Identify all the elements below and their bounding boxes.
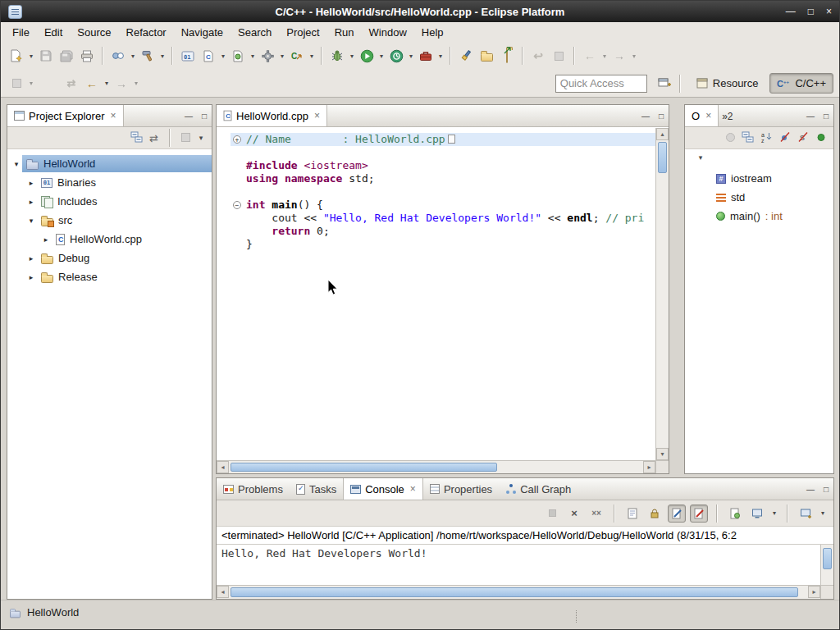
menu-search[interactable]: Search bbox=[231, 24, 279, 41]
focus-button[interactable] bbox=[726, 132, 735, 144]
pin-console-button[interactable] bbox=[726, 504, 744, 523]
maximize-view-button[interactable]: □ bbox=[824, 485, 829, 494]
tree-item-binaries[interactable]: Binaries bbox=[37, 174, 212, 191]
back-history-button[interactable]: ← bbox=[82, 74, 102, 94]
new-class-dropdown[interactable]: ▾ bbox=[249, 52, 257, 60]
quick-access-input[interactable] bbox=[555, 75, 647, 93]
new-class-button[interactable] bbox=[228, 46, 248, 66]
display-console-button[interactable] bbox=[748, 504, 766, 523]
forward-dropdown[interactable]: ▾ bbox=[630, 52, 638, 60]
show-on-stderr-toggle[interactable] bbox=[690, 504, 708, 523]
tree-item-release[interactable]: Release bbox=[37, 268, 212, 285]
collapse-all-button[interactable] bbox=[742, 131, 754, 145]
minimize-button[interactable]: — bbox=[786, 1, 796, 22]
debug-config-dropdown[interactable]: ▾ bbox=[278, 52, 286, 60]
tree-item-helloworld-project[interactable]: HelloWorld bbox=[22, 155, 212, 172]
forward-button[interactable]: → bbox=[609, 46, 629, 66]
perspective-cpp-button[interactable]: C ++ C/C++ bbox=[769, 73, 833, 94]
link-navigation-button[interactable]: ⇄ bbox=[62, 74, 81, 94]
terminate-button[interactable] bbox=[543, 504, 561, 523]
fold-collapse-icon[interactable]: − bbox=[233, 201, 241, 209]
close-button[interactable]: × bbox=[826, 1, 832, 22]
menu-file[interactable]: File bbox=[5, 24, 37, 41]
pin-editor-toggle[interactable] bbox=[7, 74, 26, 94]
expander-icon[interactable]: ▸ bbox=[25, 198, 37, 206]
build-configurations-dropdown[interactable]: ▾ bbox=[129, 52, 137, 60]
tab-close-icon[interactable]: × bbox=[314, 110, 320, 121]
remove-all-launches-button[interactable]: ×× bbox=[587, 504, 605, 523]
coverage-button[interactable]: C bbox=[287, 46, 307, 66]
debug-dropdown[interactable]: ▾ bbox=[348, 52, 356, 60]
menu-project[interactable]: Project bbox=[279, 24, 326, 41]
expander-icon[interactable]: ▸ bbox=[25, 254, 37, 262]
expander-icon[interactable]: ▾ bbox=[11, 160, 22, 168]
new-project-button[interactable]: 01 bbox=[178, 46, 198, 66]
build-configurations-button[interactable] bbox=[108, 46, 128, 66]
perspective-resource-button[interactable]: Resource bbox=[689, 73, 766, 94]
scroll-right-button[interactable]: ▸ bbox=[808, 586, 820, 598]
menu-edit[interactable]: Edit bbox=[37, 24, 70, 41]
back-history-dropdown[interactable]: ▾ bbox=[103, 80, 111, 87]
scrollbar-thumb[interactable] bbox=[658, 142, 667, 173]
tab-console[interactable]: Console × bbox=[343, 478, 423, 500]
save-all-button[interactable] bbox=[57, 46, 76, 66]
menu-navigate[interactable]: Navigate bbox=[174, 24, 231, 41]
scroll-left-button[interactable]: ◂ bbox=[217, 586, 229, 598]
maximize-view-button[interactable]: □ bbox=[824, 112, 829, 121]
display-console-dropdown[interactable]: ▾ bbox=[770, 509, 778, 517]
scroll-right-button[interactable]: ▸ bbox=[643, 461, 655, 473]
menu-source[interactable]: Source bbox=[70, 24, 118, 41]
maximize-view-button[interactable]: □ bbox=[202, 112, 207, 121]
minimize-editor-button[interactable]: — bbox=[641, 112, 650, 121]
clear-console-button[interactable] bbox=[623, 504, 641, 523]
editor-vertical-scrollbar[interactable]: ▴ ▾ bbox=[655, 128, 669, 460]
project-tree[interactable]: ▾ HelloWorld ▸ Binaries ▸ Includes bbox=[7, 149, 212, 599]
link-with-editor-button[interactable]: ⇄ bbox=[149, 132, 158, 144]
tab-properties[interactable]: Properties bbox=[423, 478, 499, 500]
expander-icon[interactable]: ▾ bbox=[25, 217, 37, 225]
tab-tasks[interactable]: Tasks bbox=[290, 478, 343, 500]
tree-item-includes[interactable]: Includes bbox=[37, 193, 212, 210]
new-source-file-button[interactable]: C bbox=[199, 46, 218, 66]
console-horizontal-scrollbar[interactable]: ◂ ▸ bbox=[217, 585, 820, 599]
profile-button[interactable] bbox=[386, 46, 406, 66]
expander-icon[interactable]: ▸ bbox=[40, 235, 52, 244]
code-editor[interactable]: +// Name : HelloWorld.cpp #include <iost… bbox=[217, 128, 655, 460]
back-button[interactable]: ← bbox=[580, 46, 600, 66]
scroll-left-button[interactable]: ◂ bbox=[217, 461, 229, 473]
run-button[interactable] bbox=[357, 46, 377, 66]
menu-help[interactable]: Help bbox=[414, 24, 451, 41]
scroll-lock-button[interactable] bbox=[646, 504, 664, 523]
tree-item-helloworld-cpp[interactable]: HelloWorld.cpp bbox=[52, 231, 212, 248]
debug-config-button[interactable] bbox=[258, 46, 277, 66]
coverage-dropdown[interactable]: ▾ bbox=[308, 52, 316, 60]
sort-button[interactable]: a z bbox=[760, 131, 773, 145]
profile-dropdown[interactable]: ▾ bbox=[407, 52, 415, 60]
new-wizard-button[interactable] bbox=[7, 46, 26, 66]
new-source-file-dropdown[interactable]: ▾ bbox=[219, 52, 227, 60]
more-views-indicator[interactable]: »2 bbox=[719, 105, 736, 126]
editor-horizontal-scrollbar[interactable]: ◂ ▸ bbox=[217, 460, 655, 473]
tree-item-debug[interactable]: Debug bbox=[37, 249, 212, 267]
new-wizard-dropdown[interactable]: ▾ bbox=[27, 52, 35, 60]
focus-task-button[interactable] bbox=[181, 132, 190, 144]
forward-history-button[interactable]: → bbox=[112, 74, 131, 94]
scrollbar-thumb[interactable] bbox=[231, 587, 798, 597]
hide-static-button[interactable]: S bbox=[797, 131, 809, 145]
tab-problems[interactable]: Problems bbox=[217, 478, 290, 500]
outline-item-iostream[interactable]: iostream bbox=[685, 169, 833, 188]
open-resource-button[interactable] bbox=[497, 46, 517, 66]
scrollbar-thumb[interactable] bbox=[823, 548, 832, 569]
build-dropdown[interactable]: ▾ bbox=[158, 52, 167, 60]
minimize-view-button[interactable]: — bbox=[185, 112, 193, 121]
open-console-dropdown[interactable]: ▾ bbox=[819, 509, 827, 517]
last-edit-location-button[interactable]: ↩ bbox=[528, 46, 548, 66]
tab-call-graph[interactable]: Call Graph bbox=[499, 478, 578, 500]
open-console-button[interactable] bbox=[797, 504, 815, 523]
minimize-view-button[interactable]: — bbox=[806, 485, 815, 494]
menu-run[interactable]: Run bbox=[327, 24, 362, 41]
tab-project-explorer[interactable]: Project Explorer × bbox=[7, 105, 124, 126]
hide-non-public-button[interactable] bbox=[815, 131, 827, 145]
save-button[interactable] bbox=[36, 46, 56, 66]
expander-icon[interactable]: ▸ bbox=[25, 179, 37, 187]
